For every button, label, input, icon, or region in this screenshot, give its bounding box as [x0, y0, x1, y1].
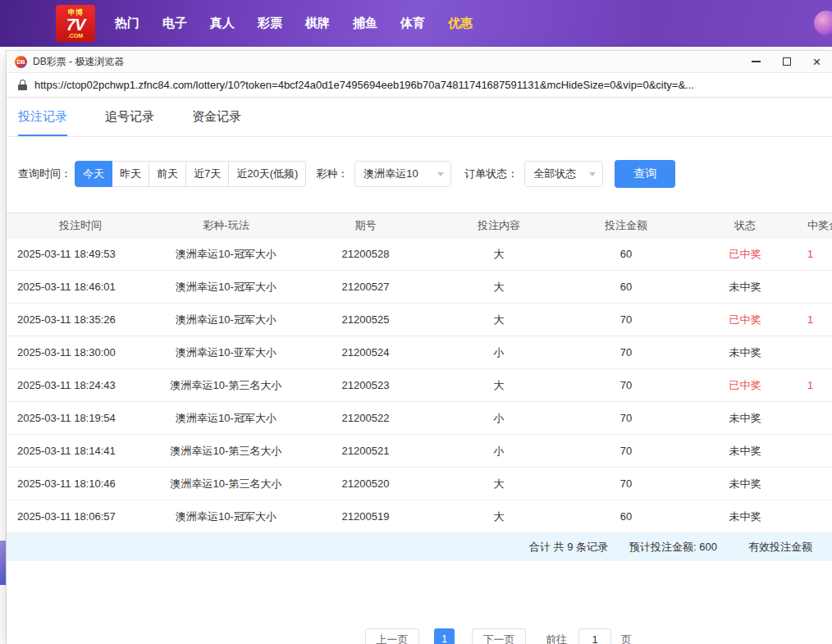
nav-item-live[interactable]: 真人: [210, 16, 235, 31]
lock-icon: [18, 80, 27, 90]
bet-amount: 60: [565, 238, 688, 271]
logo-text-sub: .COM: [68, 33, 83, 39]
bet-time: 2025-03-11 18:30:00: [7, 336, 154, 369]
summary-expected-amount: 预计投注金额: 600: [629, 540, 717, 555]
nav-item-slots[interactable]: 电子: [162, 16, 187, 31]
bet-amount: 70: [565, 304, 688, 336]
browser-window: DB DB彩票 - 极速浏览器 × https://ctop02pchwp1.z…: [7, 51, 832, 644]
lottery-play: 澳洲幸运10-冠军大小: [154, 304, 298, 336]
bet-content: 小: [433, 336, 565, 369]
avatar[interactable]: [814, 11, 832, 35]
bet-amount: 70: [565, 468, 688, 500]
maximize-button[interactable]: [771, 51, 802, 72]
time-option-day-before[interactable]: 前天: [149, 161, 186, 187]
column-header: 中奖金额: [802, 213, 832, 238]
close-button[interactable]: ×: [802, 51, 832, 72]
bet-content: 大: [433, 304, 565, 336]
bet-content: 小: [433, 402, 565, 435]
minimize-button[interactable]: [741, 51, 771, 72]
bet-time: 2025-03-11 18:06:57: [7, 500, 154, 533]
table-row: 2025-03-11 18:14:41澳洲幸运10-第三名大小21200521小…: [7, 435, 832, 468]
win-amount: [802, 271, 832, 304]
bet-content: 大: [433, 500, 565, 533]
time-option-yesterday[interactable]: 昨天: [112, 161, 149, 187]
table-row: 2025-03-11 18:19:54澳洲幸运10-冠军大小21200522小7…: [7, 402, 832, 435]
bet-status: 已中奖: [688, 238, 802, 271]
time-option-today[interactable]: 今天: [75, 161, 112, 187]
bet-time: 2025-03-11 18:46:01: [7, 271, 154, 304]
table-row: 2025-03-11 18:46:01澳洲幸运10-冠军大小21200527大6…: [7, 271, 832, 304]
time-filter-group: 今天昨天前天近7天近20天(低频): [75, 161, 306, 187]
lottery-play: 澳洲幸运10-冠军大小: [154, 500, 298, 533]
win-amount: [802, 500, 832, 533]
bet-amount: 70: [565, 369, 688, 402]
tab-chase-records[interactable]: 追号记录: [105, 109, 154, 135]
prev-page-button[interactable]: 上一页: [365, 628, 419, 644]
bet-time: 2025-03-11 18:10:46: [7, 468, 154, 500]
lottery-play: 澳洲幸运10-第三名大小: [154, 435, 298, 468]
bet-status: 已中奖: [688, 304, 802, 336]
next-page-button[interactable]: 下一页: [472, 628, 526, 644]
time-option-last-20-days[interactable]: 近20天(低频): [228, 161, 306, 187]
issue-number: 21200522: [298, 402, 433, 435]
bet-time: 2025-03-11 18:35:26: [7, 304, 154, 336]
filter-bar: 查询时间： 今天昨天前天近7天近20天(低频) 彩种： 澳洲幸运10 订单状态：…: [7, 160, 832, 188]
site-logo[interactable]: 申博 7V .COM: [56, 5, 95, 42]
lottery-play: 澳洲幸运10-亚军大小: [154, 336, 298, 369]
issue-number: 21200527: [298, 271, 433, 304]
bet-time: 2025-03-11 18:14:41: [7, 435, 154, 468]
lottery-select-value: 澳洲幸运10: [363, 167, 418, 181]
column-header: 投注金额: [565, 213, 688, 238]
nav-item-board-games[interactable]: 棋牌: [305, 16, 330, 31]
nav-item-sports[interactable]: 体育: [400, 16, 425, 31]
bet-content: 大: [433, 468, 565, 500]
app-icon: DB: [15, 56, 27, 68]
bet-content: 大: [433, 238, 565, 271]
goto-unit: 页: [621, 633, 632, 644]
lottery-select[interactable]: 澳洲幸运10: [354, 161, 451, 187]
maximize-icon: [783, 57, 791, 66]
nav-item-lottery[interactable]: 彩票: [258, 16, 282, 31]
nav-item-hot[interactable]: 热门: [115, 16, 139, 31]
tab-bet-records[interactable]: 投注记录: [18, 109, 67, 136]
goto-page-input[interactable]: [578, 628, 611, 644]
nav-item-promos[interactable]: 优惠: [448, 16, 473, 31]
win-amount: 1: [802, 369, 832, 402]
chevron-down-icon: [589, 172, 596, 176]
column-header: 状态: [688, 213, 802, 238]
bet-status: 未中奖: [688, 500, 802, 533]
time-option-last-7-days[interactable]: 近7天: [185, 161, 229, 187]
issue-number: 21200519: [298, 500, 433, 533]
query-button[interactable]: 查询: [615, 160, 675, 188]
site-header: 申博 7V .COM 热门电子真人彩票棋牌捕鱼体育优惠: [0, 0, 832, 47]
issue-number: 21200524: [298, 336, 433, 369]
bet-amount: 70: [565, 435, 688, 468]
url-bar[interactable]: https://ctop02pchwp1.zfnc84.com/lottery/…: [7, 73, 832, 98]
table-header-row: 投注时间彩种-玩法期号投注内容投注金额状态中奖金额: [7, 213, 832, 238]
status-select[interactable]: 全部状态: [524, 161, 603, 187]
page-1-button[interactable]: 1: [434, 628, 455, 644]
win-amount: [802, 468, 832, 500]
issue-number: 21200525: [298, 304, 433, 336]
issue-number: 21200528: [298, 238, 433, 271]
issue-number: 21200521: [298, 435, 433, 468]
win-amount: 1: [802, 238, 832, 271]
time-filter-label: 查询时间：: [18, 167, 71, 181]
summary-total: 合计 共 9 条记录: [529, 540, 608, 555]
bet-records-table: 投注时间彩种-玩法期号投注内容投注金额状态中奖金额 2025-03-11 18:…: [7, 212, 832, 533]
nav-item-fishing[interactable]: 捕鱼: [353, 16, 377, 31]
column-header: 投注内容: [433, 213, 565, 238]
summary-valid-amount: 有效投注金额: [748, 540, 812, 555]
close-icon: ×: [813, 55, 821, 69]
chevron-down-icon: [437, 172, 444, 176]
status-select-value: 全部状态: [533, 167, 576, 181]
bet-amount: 60: [565, 271, 688, 304]
tab-fund-records[interactable]: 资金记录: [192, 109, 241, 135]
win-amount: 1: [802, 304, 832, 336]
table-row: 2025-03-11 18:35:26澳洲幸运10-冠军大小21200525大7…: [7, 304, 832, 336]
table-row: 2025-03-11 18:06:57澳洲幸运10-冠军大小21200519大6…: [7, 500, 832, 533]
lottery-play: 澳洲幸运10-第三名大小: [154, 369, 298, 402]
column-header: 投注时间: [7, 213, 154, 238]
win-amount: [802, 402, 832, 435]
bet-status: 未中奖: [688, 336, 802, 369]
